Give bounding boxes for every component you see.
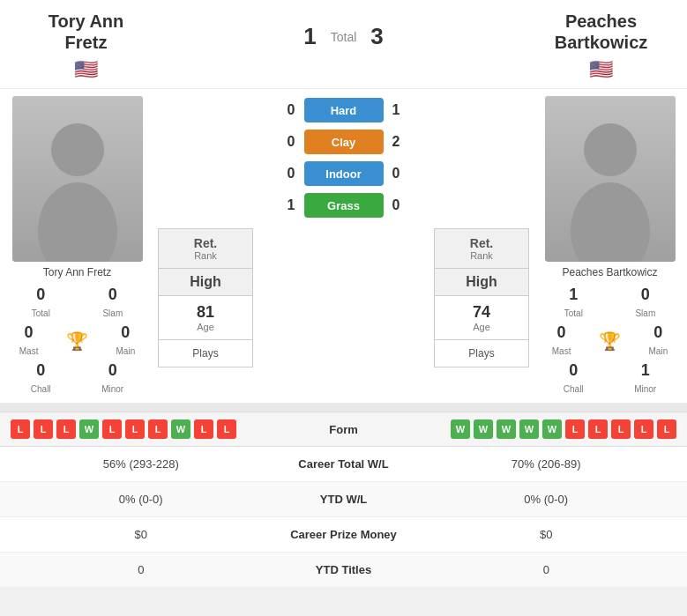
main-content: Tory Ann Fretz 0 Total 0 Slam 0 Mast 🏆 — [0, 89, 687, 403]
ytd-wl-label: YTD W/L — [273, 493, 414, 506]
svg-point-2 — [584, 123, 637, 176]
bottom-section: L L L W L L L W L L Form W W W W W L L L — [0, 412, 687, 588]
center-panel: 0 Hard 1 0 Clay 2 0 Indoor 0 — [154, 89, 533, 376]
right-total-cell: 1 Total — [564, 286, 583, 320]
ytd-titles-label: YTD Titles — [273, 563, 414, 576]
left-minor-value: 0 — [101, 361, 123, 380]
right-minor-cell: 1 Minor — [634, 361, 656, 396]
form-right-l1: L — [565, 419, 585, 439]
left-rank-box: Ret. Rank — [158, 228, 253, 269]
left-avatar — [12, 96, 143, 262]
right-chall-label: Chall — [564, 384, 584, 394]
clay-score-left: 0 — [271, 134, 295, 150]
left-slam-label: Slam — [102, 308, 123, 318]
right-player-header: Peaches Bartkowicz 🇺🇸 — [515, 11, 687, 81]
left-total-label: Total — [32, 308, 50, 318]
left-chall-value: 0 — [31, 361, 51, 380]
right-flag: 🇺🇸 — [515, 58, 687, 81]
left-player-name-below: Tory Ann Fretz — [43, 266, 111, 278]
left-flag: 🇺🇸 — [0, 58, 172, 81]
right-player-name-line2: Bartkowicz — [515, 32, 687, 53]
form-badge-l7: L — [194, 419, 213, 439]
score-right: 3 — [370, 23, 383, 50]
left-main-label: Main — [116, 346, 136, 356]
left-mast-value: 0 — [19, 323, 39, 342]
left-minor-cell: 0 Minor — [101, 361, 123, 396]
form-right-w1: W — [451, 419, 470, 439]
form-right-l4: L — [634, 419, 653, 439]
left-chall-minor: 0 Chall 0 Minor — [5, 361, 149, 396]
right-rank-value: Ret. — [439, 236, 524, 250]
right-rank-age: Ret. Rank High 74 Age Plays — [434, 228, 529, 367]
left-minor-label: Minor — [101, 384, 123, 394]
form-right-l5: L — [657, 419, 676, 439]
right-rank-box: Ret. Rank — [434, 228, 529, 269]
form-right-w5: W — [542, 419, 562, 439]
right-main-value: 0 — [649, 323, 668, 342]
left-total-cell: 0 Total — [32, 286, 50, 320]
ytd-titles-left: 0 — [9, 563, 273, 576]
right-chall-cell: 0 Chall — [564, 361, 584, 396]
form-badge-l8: L — [217, 419, 236, 439]
total-score-row: 1 Total 3 — [303, 23, 384, 50]
right-rank-sublabel: Rank — [439, 250, 524, 261]
left-rank-sublabel: Rank — [163, 250, 248, 261]
form-right-w3: W — [497, 419, 516, 439]
right-main-label: Main — [649, 346, 668, 356]
right-age-value: 74 — [439, 303, 524, 322]
grass-score-right: 0 — [392, 197, 417, 213]
right-total-value: 1 — [564, 286, 583, 304]
right-mast-main: 0 Mast 🏆 0 Main — [538, 323, 682, 358]
form-right: W W W W W L L L L L — [379, 419, 677, 439]
form-badge-w1: W — [79, 419, 99, 439]
right-avatar-silhouette — [557, 116, 663, 262]
form-badge-l6: L — [148, 419, 168, 439]
hard-badge: Hard — [304, 98, 384, 122]
left-age-box: 81 Age — [158, 296, 253, 340]
grass-row: 1 Grass 0 — [158, 193, 529, 218]
left-player-name-line2: Fretz — [0, 32, 172, 53]
right-mast-cell: 0 Mast — [552, 323, 571, 358]
form-badge-l2: L — [34, 419, 53, 439]
right-age-box: 74 Age — [434, 296, 529, 340]
left-plays-label: Plays — [163, 347, 248, 360]
left-slam-value: 0 — [102, 286, 123, 304]
left-trophy-icon: 🏆 — [66, 330, 88, 352]
right-plays-label: Plays — [439, 347, 524, 360]
right-slam-label: Slam — [635, 308, 655, 318]
left-slam-cell: 0 Slam — [102, 286, 123, 320]
right-total-slam: 1 Total 0 Slam — [538, 286, 682, 320]
left-total-value: 0 — [32, 286, 50, 304]
ytd-titles-row: 0 YTD Titles 0 — [0, 553, 687, 588]
left-rank-value: Ret. — [163, 236, 248, 250]
right-chall-minor: 0 Chall 1 Minor — [538, 361, 682, 396]
left-chall-cell: 0 Chall — [31, 361, 51, 396]
right-chall-value: 0 — [564, 361, 584, 380]
right-player-panel: Peaches Bartkowicz 1 Total 0 Slam 0 Mast — [533, 89, 687, 403]
grass-badge: Grass — [304, 193, 384, 218]
rank-age-plays: Ret. Rank High 81 Age Plays — [158, 228, 529, 367]
right-slam-value: 0 — [635, 286, 655, 304]
right-main-cell: 0 Main — [649, 323, 668, 358]
right-player-name-line1: Peaches — [515, 11, 687, 32]
prize-money-row: $0 Career Prize Money $0 — [0, 517, 687, 553]
left-mast-main: 0 Mast 🏆 0 Main — [5, 323, 149, 358]
left-player-name-line1: Tory Ann — [0, 11, 172, 32]
form-badge-l3: L — [56, 419, 76, 439]
form-right-l3: L — [611, 419, 631, 439]
ytd-titles-right: 0 — [414, 563, 679, 576]
left-avatar-silhouette — [25, 116, 131, 262]
left-total-slam: 0 Total 0 Slam — [5, 286, 149, 320]
right-minor-label: Minor — [634, 384, 656, 394]
right-age-label: Age — [439, 322, 524, 332]
total-label: Total — [331, 30, 357, 44]
form-label: Form — [309, 423, 379, 436]
ytd-wl-left: 0% (0-0) — [9, 493, 273, 506]
clay-row: 0 Clay 2 — [158, 130, 529, 154]
left-rank-age: Ret. Rank High 81 Age Plays — [158, 228, 253, 367]
left-high-value: High — [163, 274, 248, 290]
right-mast-label: Mast — [552, 346, 571, 356]
right-trophy-icon: 🏆 — [599, 330, 621, 352]
indoor-badge: Indoor — [304, 161, 384, 186]
career-total-row: 56% (293-228) Career Total W/L 70% (206-… — [0, 447, 687, 482]
